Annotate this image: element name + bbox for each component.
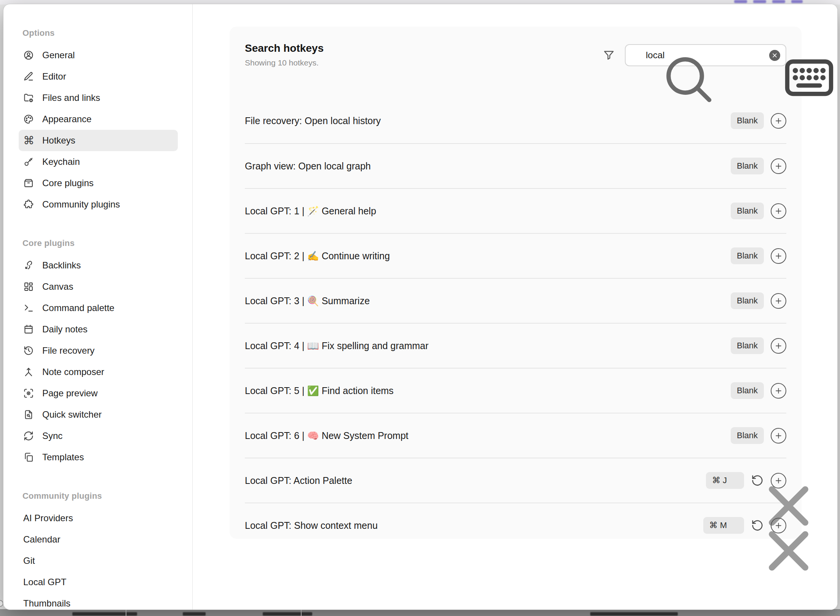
sidebar-item-command-palette[interactable]: Command palette bbox=[19, 297, 178, 319]
hotkey-chip-label: Blank bbox=[737, 161, 758, 171]
hotkey-chip: Blank bbox=[731, 337, 764, 354]
sidebar-item-label: AI Providers bbox=[23, 513, 73, 523]
sidebar-item-appearance[interactable]: Appearance bbox=[19, 109, 178, 130]
sidebar-item-label: Hotkeys bbox=[42, 135, 75, 146]
hotkey-controls: Blank bbox=[731, 112, 786, 129]
hotkey-chip-label: Blank bbox=[737, 386, 758, 396]
sidebar-item-label: Files and links bbox=[42, 93, 100, 103]
hotkey-command-name: Local GPT: Show context menu bbox=[245, 520, 378, 531]
sidebar-item-general[interactable]: General bbox=[19, 45, 178, 66]
restore-default-button[interactable] bbox=[751, 474, 764, 487]
background-pane-divider bbox=[126, 610, 126, 616]
sidebar-item-thumbnails[interactable]: Thumbnails bbox=[19, 593, 178, 610]
add-hotkey-button[interactable] bbox=[771, 473, 786, 488]
sidebar-item-sync[interactable]: Sync bbox=[19, 425, 178, 447]
hotkey-chip-label: Blank bbox=[737, 251, 758, 261]
hotkey-row: Local GPT: Action Palette ⌘ J bbox=[245, 458, 786, 503]
hotkey-chip-label: Blank bbox=[737, 116, 758, 126]
layout-icon bbox=[23, 281, 34, 292]
sidebar-item-label: Command palette bbox=[42, 303, 114, 313]
background-pane-divider bbox=[301, 610, 302, 616]
sidebar-item-label: Note composer bbox=[42, 367, 104, 377]
search-area bbox=[603, 44, 786, 66]
background-text-sliver bbox=[263, 612, 312, 616]
hotkey-row: Local GPT: Show context menu ⌘ M bbox=[245, 503, 786, 547]
add-hotkey-button[interactable] bbox=[771, 158, 786, 174]
restore-default-button[interactable] bbox=[751, 519, 764, 532]
page-title: Search hotkeys bbox=[245, 42, 324, 55]
pen-line-icon bbox=[23, 71, 34, 82]
hotkey-command-name: Local GPT: 4 | 📖 Fix spelling and gramma… bbox=[245, 340, 428, 351]
merge-icon bbox=[23, 367, 34, 377]
sidebar-item-community-plugins[interactable]: Community plugins bbox=[19, 194, 178, 215]
hotkeys-list: File recovery: Open local history Blank … bbox=[245, 98, 786, 547]
hotkey-row: Graph view: Open local graph Blank bbox=[245, 143, 786, 188]
sidebar-item-label: Page preview bbox=[42, 388, 97, 399]
sidebar-item-calendar[interactable]: Calendar bbox=[19, 529, 178, 550]
remove-hotkey-icon[interactable] bbox=[731, 522, 738, 529]
settings-sidebar: Options General Editor Files and links A… bbox=[3, 4, 193, 610]
add-hotkey-button[interactable] bbox=[771, 203, 786, 219]
remove-hotkey-icon[interactable] bbox=[731, 477, 738, 484]
sidebar-item-templates[interactable]: Templates bbox=[19, 447, 178, 468]
hotkey-chip: Blank bbox=[731, 382, 764, 399]
sidebar-item-canvas[interactable]: Canvas bbox=[19, 276, 178, 297]
add-hotkey-button[interactable] bbox=[771, 248, 786, 264]
background-text-sliver bbox=[590, 612, 678, 616]
add-hotkey-button[interactable] bbox=[771, 113, 786, 129]
sidebar-item-label: Thumbnails bbox=[23, 598, 70, 609]
sidebar-item-note-composer[interactable]: Note composer bbox=[19, 361, 178, 383]
hotkey-command-name: Local GPT: 1 | 🪄 General help bbox=[245, 206, 376, 217]
add-hotkey-button[interactable] bbox=[771, 518, 786, 533]
search-icon bbox=[631, 50, 641, 61]
hotkey-row: Local GPT: 2 | ✍️ Continue writing Blank bbox=[245, 233, 786, 278]
clear-search-button[interactable] bbox=[769, 50, 780, 61]
hotkey-row: Local GPT: 3 | 🍭 Summarize Blank bbox=[245, 278, 786, 323]
hotkeys-header: Search hotkeys Showing 10 hotkeys. bbox=[245, 42, 786, 83]
sidebar-item-local-gpt[interactable]: Local GPT bbox=[19, 571, 178, 593]
sidebar-item-daily-notes[interactable]: Daily notes bbox=[19, 319, 178, 340]
sidebar-item-label: Canvas bbox=[42, 281, 73, 292]
hotkey-command-name: Local GPT: 2 | ✍️ Continue writing bbox=[245, 251, 390, 262]
sidebar-item-editor[interactable]: Editor bbox=[19, 66, 178, 87]
sidebar-item-keychain[interactable]: Keychain bbox=[19, 151, 178, 172]
keyboard-icon bbox=[752, 49, 765, 62]
sidebar-item-label: Backlinks bbox=[42, 260, 81, 271]
sidebar-item-page-preview[interactable]: Page preview bbox=[19, 383, 178, 404]
sidebar-item-file-recovery[interactable]: File recovery bbox=[19, 340, 178, 361]
sidebar-section-options: Options General Editor Files and links A… bbox=[19, 29, 185, 215]
hotkey-command-name: Local GPT: 6 | 🧠 New System Prompt bbox=[245, 430, 408, 441]
add-hotkey-button[interactable] bbox=[771, 293, 786, 309]
hotkey-row: Local GPT: 6 | 🧠 New System Prompt Blank bbox=[245, 413, 786, 458]
hotkeys-count: Showing 10 hotkeys. bbox=[245, 58, 324, 68]
sidebar-item-hotkeys[interactable]: ⌘ Hotkeys bbox=[19, 130, 178, 151]
sidebar-item-core-plugins[interactable]: Core plugins bbox=[19, 172, 178, 194]
sidebar-item-quick-switcher[interactable]: Quick switcher bbox=[19, 404, 178, 425]
search-input[interactable] bbox=[641, 50, 752, 61]
sidebar-item-files-and-links[interactable]: Files and links bbox=[19, 87, 178, 109]
filter-icon[interactable] bbox=[603, 49, 615, 61]
scan-eye-icon bbox=[23, 388, 34, 399]
add-hotkey-button[interactable] bbox=[771, 428, 786, 444]
sidebar-section-title: Core plugins bbox=[19, 239, 185, 248]
sidebar-item-ai-providers[interactable]: AI Providers bbox=[19, 507, 178, 529]
sidebar-item-label: Core plugins bbox=[42, 178, 94, 188]
sidebar-item-label: Community plugins bbox=[42, 199, 120, 210]
hotkeys-header-titles: Search hotkeys Showing 10 hotkeys. bbox=[245, 42, 324, 68]
sidebar-item-label: Sync bbox=[42, 431, 62, 441]
backlink-icon bbox=[23, 260, 34, 271]
hotkey-controls: Blank bbox=[731, 158, 786, 174]
sidebar-item-git[interactable]: Git bbox=[19, 550, 178, 571]
sidebar-item-backlinks[interactable]: Backlinks bbox=[19, 255, 178, 276]
hotkey-controls: Blank bbox=[731, 247, 786, 264]
add-hotkey-button[interactable] bbox=[771, 383, 786, 399]
background-text-sliver bbox=[183, 612, 206, 616]
hotkey-controls: Blank bbox=[731, 337, 786, 354]
calendar-icon bbox=[23, 324, 34, 335]
add-hotkey-button[interactable] bbox=[771, 338, 786, 354]
sidebar-item-label: Editor bbox=[42, 71, 66, 82]
hotkey-row: Local GPT: 1 | 🪄 General help Blank bbox=[245, 188, 786, 233]
sidebar-item-label: File recovery bbox=[42, 345, 94, 356]
background-accent-blob bbox=[791, 0, 803, 3]
hotkey-chip-label: ⌘ M bbox=[709, 520, 727, 530]
